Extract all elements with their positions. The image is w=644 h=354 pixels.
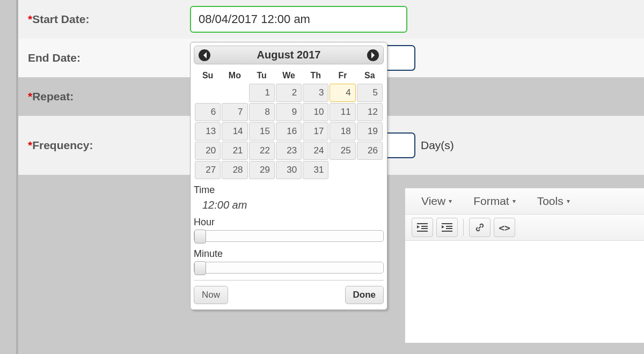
editor-menubar: View▾ Format▾ Tools▾ [405,188,644,215]
dow-header: Sa [357,69,383,83]
chevron-down-icon: ▾ [513,197,516,205]
calendar-day[interactable]: 7 [222,103,247,121]
calendar-day[interactable]: 17 [303,122,328,141]
calendar-grid: SuMoTuWeThFrSa 1234567891011121314151617… [194,68,384,180]
frequency-unit: Day(s) [421,139,454,152]
calendar-day[interactable]: 26 [357,142,383,160]
now-button[interactable]: Now [194,286,228,304]
indent-icon [442,223,452,232]
calendar-day[interactable]: 11 [330,103,355,121]
source-code-icon: <> [499,222,510,233]
outdent-icon [417,223,428,232]
chevron-down-icon: ▾ [567,197,570,205]
dow-header: Su [195,69,221,83]
calendar-day[interactable]: 22 [249,142,275,160]
calendar-empty-cell [222,84,247,102]
datepicker-title: August 2017 [257,49,321,61]
dow-header: We [276,69,302,83]
required-marker: * [28,139,32,151]
hour-slider-handle[interactable] [194,230,206,244]
menu-tools[interactable]: Tools▾ [537,195,570,208]
calendar-day[interactable]: 21 [222,142,247,160]
calendar-empty-cell [330,161,355,179]
calendar-day[interactable]: 18 [330,122,355,141]
calendar-day[interactable]: 31 [303,161,328,179]
calendar-day[interactable]: 2 [276,84,302,102]
calendar-day[interactable]: 8 [249,103,275,121]
calendar-day[interactable]: 27 [195,161,221,179]
toolbar-separator [463,219,464,236]
row-start-date: *Start Date: [18,0,644,39]
datepicker-popup: August 2017 SuMoTuWeThFrSa 1234567891011… [190,42,387,310]
calendar-day[interactable]: 23 [276,142,302,160]
required-marker: * [28,13,32,25]
selected-time-value: 12:00 am [202,199,384,211]
next-month-button[interactable] [367,49,379,61]
calendar-day[interactable]: 9 [276,103,302,121]
label-end-date: End Date: [18,51,190,64]
label-start-date: *Start Date: [18,13,190,26]
label-text: Frequency: [32,139,93,151]
minute-slider[interactable] [194,262,384,274]
dow-header: Th [303,69,328,83]
hour-slider-label: Hour [194,217,384,228]
end-date-input-stub[interactable] [384,45,415,71]
form-page: *Start Date: End Date: *Repeat: *Frequen… [16,0,644,354]
label-text: Start Date: [32,13,89,25]
rich-text-editor: View▾ Format▾ Tools▾ <> [405,188,644,343]
minute-slider-label: Minute [194,248,384,260]
link-icon [474,222,485,233]
outdent-button[interactable] [412,218,433,237]
time-section-label: Time [194,185,384,196]
calendar-empty-cell [357,161,383,179]
label-text: Repeat: [32,90,74,102]
calendar-day[interactable]: 6 [195,103,221,121]
calendar-day[interactable]: 29 [249,161,275,179]
datepicker-header: August 2017 [194,46,384,64]
calendar-day[interactable]: 12 [357,103,383,121]
label-frequency: *Frequency: [18,139,190,152]
calendar-day[interactable]: 3 [303,84,328,102]
calendar-day[interactable]: 13 [195,122,221,141]
calendar-day[interactable]: 25 [330,142,355,160]
hour-slider[interactable] [194,230,384,242]
dow-header: Tu [249,69,275,83]
calendar-day[interactable]: 10 [303,103,328,121]
divider [194,280,384,281]
calendar-day[interactable]: 28 [222,161,247,179]
calendar-day[interactable]: 4 [330,84,355,102]
start-date-input[interactable] [190,6,407,33]
label-text: End Date: [28,51,80,64]
calendar-day[interactable]: 1 [249,84,275,102]
link-button[interactable] [469,218,491,237]
source-code-button[interactable]: <> [494,218,515,237]
minute-slider-handle[interactable] [194,261,206,275]
required-marker: * [28,90,32,102]
calendar-day[interactable]: 19 [357,122,383,141]
editor-body[interactable] [405,241,644,343]
dow-header: Mo [222,69,247,83]
frequency-input[interactable] [384,132,415,158]
label-repeat: *Repeat: [18,90,190,103]
calendar-day[interactable]: 14 [222,122,247,141]
calendar-empty-cell [195,84,221,102]
prev-month-button[interactable] [199,49,210,61]
indent-button[interactable] [436,218,458,237]
done-button[interactable]: Done [345,286,384,304]
chevron-down-icon: ▾ [449,197,452,205]
calendar-day[interactable]: 5 [357,84,383,102]
editor-toolbar: <> [405,215,644,241]
calendar-day[interactable]: 24 [303,142,328,160]
menu-view[interactable]: View▾ [421,195,452,208]
dow-header: Fr [330,69,355,83]
calendar-day[interactable]: 16 [276,122,302,141]
calendar-day[interactable]: 15 [249,122,275,141]
calendar-day[interactable]: 30 [276,161,302,179]
calendar-day[interactable]: 20 [195,142,221,160]
menu-format[interactable]: Format▾ [473,195,516,208]
